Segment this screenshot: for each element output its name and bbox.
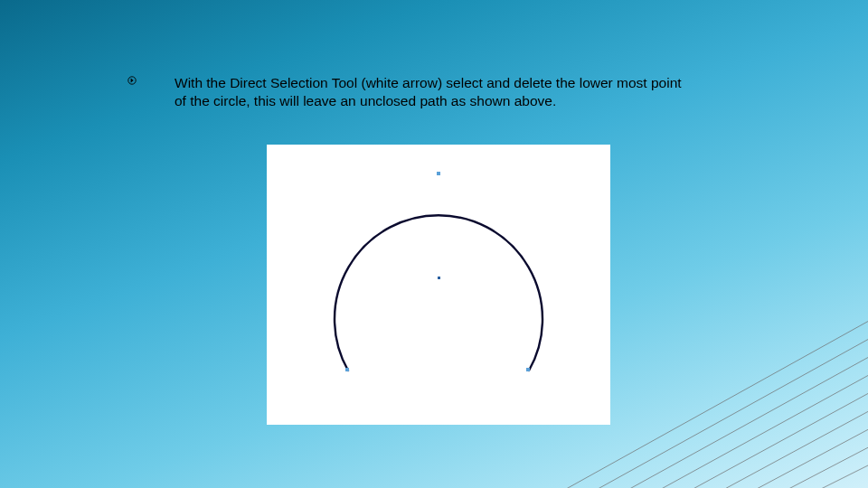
svg-line-11 bbox=[741, 425, 868, 488]
svg-line-13 bbox=[805, 461, 868, 488]
svg-rect-2 bbox=[526, 368, 530, 371]
svg-rect-4 bbox=[438, 277, 440, 279]
svg-line-12 bbox=[773, 443, 868, 488]
svg-line-7 bbox=[615, 352, 868, 488]
svg-rect-3 bbox=[437, 172, 440, 175]
slide-body: With the Direct Selection Tool (white ar… bbox=[140, 74, 692, 110]
instruction-text: With the Direct Selection Tool (white ar… bbox=[140, 74, 692, 110]
svg-rect-1 bbox=[345, 368, 349, 371]
svg-line-8 bbox=[646, 371, 868, 488]
figure-canvas bbox=[267, 145, 610, 425]
svg-line-6 bbox=[583, 334, 868, 488]
svg-line-9 bbox=[678, 389, 868, 488]
circle-arrow-icon bbox=[127, 76, 137, 85]
svg-line-10 bbox=[710, 407, 868, 488]
open-arc-illustration bbox=[294, 154, 583, 416]
